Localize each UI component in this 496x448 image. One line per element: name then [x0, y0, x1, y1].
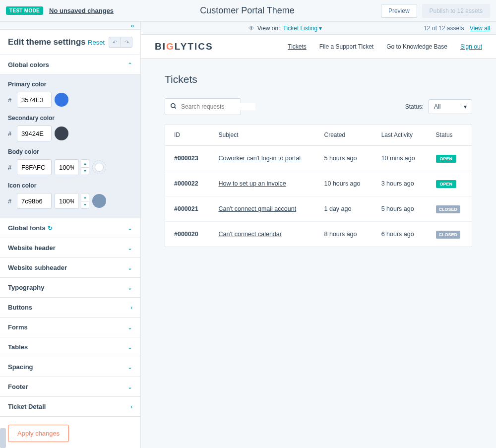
hash-icon: #: [8, 130, 14, 137]
section-global-colors[interactable]: Global colors ⌃: [0, 55, 140, 75]
unsaved-changes-link[interactable]: No unsaved changes: [49, 7, 114, 14]
col-status: Status: [427, 125, 472, 146]
redo-button[interactable]: ↷: [121, 37, 132, 48]
tickets-heading: Tickets: [165, 73, 472, 85]
ticket-last-activity: 5 hours ago: [372, 196, 427, 222]
primary-color-input[interactable]: [17, 92, 52, 108]
ticket-id: #000020: [165, 222, 210, 247]
assets-count: 12 of 12 assets: [424, 25, 464, 32]
chevron-down-icon: ⌄: [127, 344, 132, 351]
col-id: ID: [165, 125, 210, 146]
section-website-header[interactable]: Website header⌄: [0, 238, 140, 258]
section-forms[interactable]: Forms⌄: [0, 318, 140, 337]
nav-tickets[interactable]: Tickets: [288, 43, 307, 50]
biglytics-logo: BIGLYTICS: [155, 41, 213, 52]
icon-color-swatch[interactable]: [92, 194, 106, 208]
view-on-select[interactable]: Ticket Listing ▾: [283, 25, 322, 32]
section-tables[interactable]: Tables⌄: [0, 337, 140, 357]
ticket-created: 1 day ago: [315, 196, 372, 222]
table-row: #000023Coworker can't log-in to portal5 …: [165, 146, 472, 171]
ticket-created: 10 hours ago: [315, 171, 372, 196]
icon-color-label: Icon color: [8, 182, 132, 189]
section-title: Footer: [8, 383, 28, 390]
status-badge: CLOSED: [436, 231, 461, 239]
section-buttons[interactable]: Buttons›: [0, 298, 140, 318]
section-title: Tables: [8, 343, 28, 351]
primary-color-label: Primary color: [8, 81, 132, 88]
section-ticket-detail[interactable]: Ticket Detail›: [0, 397, 140, 417]
section-title: Spacing: [8, 363, 33, 371]
section-typography[interactable]: Typography⌄: [0, 278, 140, 298]
section-website-subheader[interactable]: Website subheader⌄: [0, 258, 140, 278]
section-title: Global fonts↻: [8, 224, 53, 232]
chevron-up-icon: ⌃: [127, 62, 132, 68]
section-title: Ticket Detail: [8, 403, 46, 410]
svg-line-1: [175, 107, 176, 108]
search-box[interactable]: [165, 98, 241, 115]
body-opacity-stepper[interactable]: ▲▼: [81, 159, 89, 175]
apply-changes-button[interactable]: Apply changes: [8, 425, 69, 442]
icon-opacity-input[interactable]: [55, 193, 78, 209]
search-input[interactable]: [181, 103, 255, 110]
collapse-sidebar-button[interactable]: «: [0, 22, 140, 30]
status-badge: OPEN: [436, 155, 457, 163]
body-color-label: Body color: [8, 148, 132, 155]
section-global-fonts[interactable]: Global fonts↻⌄: [0, 218, 140, 238]
body-opacity-input[interactable]: [55, 159, 78, 175]
refresh-icon: ↻: [48, 225, 53, 232]
section-spacing[interactable]: Spacing⌄: [0, 357, 140, 377]
chevron-down-icon: ⌄: [127, 264, 132, 271]
chevron-right-icon: ›: [130, 304, 132, 311]
table-row: #000020Can't connect calendar8 hours ago…: [165, 222, 472, 247]
icon-opacity-stepper[interactable]: ▲▼: [81, 193, 89, 209]
hash-icon: #: [8, 164, 14, 171]
body-color-swatch[interactable]: [92, 160, 106, 174]
theme-sidebar: « Edit theme settings Reset ↶ ↷ Global c…: [0, 22, 141, 448]
ticket-created: 8 hours ago: [315, 222, 372, 247]
sidebar-heading-row: Edit theme settings Reset ↶ ↷: [0, 30, 140, 55]
secondary-color-label: Secondary color: [8, 115, 132, 122]
chevron-down-icon: ⌄: [127, 384, 132, 390]
ticket-created: 5 hours ago: [315, 146, 372, 171]
table-row: #000021Can't connect gmail account1 day …: [165, 196, 472, 222]
primary-color-swatch[interactable]: [55, 93, 68, 107]
ticket-id: #000023: [165, 146, 210, 171]
section-footer[interactable]: Footer⌄: [0, 377, 140, 397]
body-color-input[interactable]: [17, 159, 52, 175]
undo-button[interactable]: ↶: [109, 37, 121, 48]
status-filter-select[interactable]: All ▾: [429, 99, 472, 114]
preview-button[interactable]: Preview: [381, 4, 417, 18]
nav-knowledge-base[interactable]: Go to Knowledge Base: [386, 43, 447, 50]
ticket-subject-link[interactable]: Can't connect gmail account: [218, 205, 296, 212]
ticket-subject-link[interactable]: How to set up an invoice: [218, 180, 286, 187]
nav-file-ticket[interactable]: File a Support Ticket: [319, 43, 373, 50]
stepper-up-icon[interactable]: ▲: [81, 193, 89, 201]
scrollbar[interactable]: [0, 428, 6, 448]
site-header: BIGLYTICS Tickets File a Support Ticket …: [141, 35, 496, 59]
ticket-last-activity: 10 mins ago: [372, 146, 427, 171]
tickets-table: ID Subject Created Last Activity Status …: [165, 124, 472, 247]
ticket-subject-link[interactable]: Coworker can't log-in to portal: [218, 155, 301, 162]
svg-point-0: [171, 103, 175, 107]
stepper-up-icon[interactable]: ▲: [81, 160, 89, 168]
status-badge: OPEN: [436, 180, 457, 188]
secondary-color-input[interactable]: [17, 126, 52, 141]
secondary-color-swatch[interactable]: [55, 127, 68, 140]
test-mode-badge: TEST MODE: [6, 6, 43, 15]
ticket-subject-link[interactable]: Can't connect calendar: [218, 231, 281, 238]
view-all-link[interactable]: View all: [470, 25, 490, 32]
status-badge: CLOSED: [436, 205, 461, 213]
hash-icon: #: [8, 96, 14, 104]
nav-sign-out[interactable]: Sign out: [460, 43, 482, 50]
stepper-down-icon[interactable]: ▼: [81, 168, 89, 175]
col-created: Created: [315, 125, 372, 146]
chevron-down-icon: ⌄: [127, 245, 132, 252]
table-row: #000022How to set up an invoice10 hours …: [165, 171, 472, 196]
chevron-down-icon: ⌄: [127, 225, 132, 232]
stepper-down-icon[interactable]: ▼: [81, 201, 89, 209]
topbar: TEST MODE No unsaved changes Customer Po…: [0, 0, 496, 22]
reset-button[interactable]: Reset: [88, 39, 105, 46]
section-title: Forms: [8, 323, 28, 331]
status-filter-label: Status:: [405, 103, 424, 110]
icon-color-input[interactable]: [17, 193, 52, 209]
